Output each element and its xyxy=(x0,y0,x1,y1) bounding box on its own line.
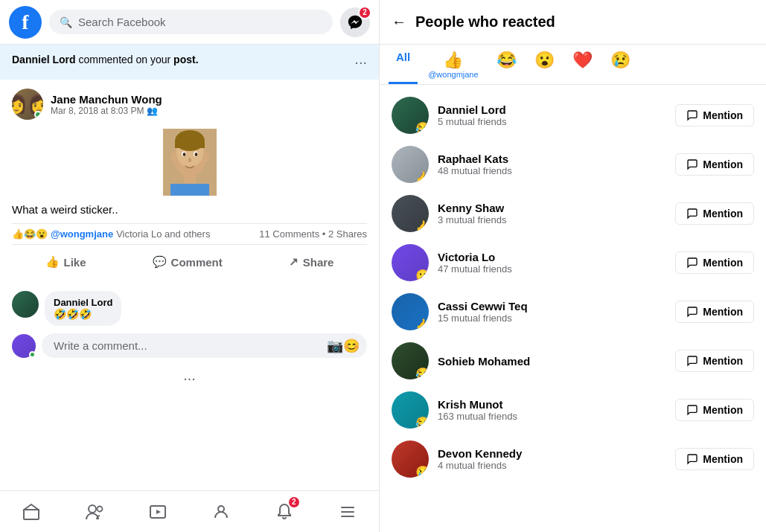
share-button[interactable]: ↗ Share xyxy=(274,251,349,273)
search-placeholder: Search Facebook xyxy=(78,16,166,28)
nav-profile[interactable] xyxy=(199,497,243,527)
comment-button[interactable]: 💬 Comment xyxy=(138,251,237,273)
mention-icon xyxy=(686,109,698,121)
post-image xyxy=(163,129,217,196)
post-image-container xyxy=(12,129,367,196)
person-row: 😂 Danniel Lord 5 mutual friends Mention xyxy=(380,91,766,140)
reaction-tabs: All 👍 @wongmjane 😂 😮 ❤️ 😢 xyxy=(380,45,766,85)
svg-point-11 xyxy=(203,153,209,161)
like-button[interactable]: 👍 Like xyxy=(31,251,101,273)
post-meta: Jane Manchun Wong Mar 8, 2018 at 8:03 PM… xyxy=(51,93,367,116)
post-author: Jane Manchun Wong xyxy=(51,93,367,106)
messenger-button[interactable]: 2 xyxy=(340,7,370,37)
reactions-right: 11 Comments • 2 Shares xyxy=(259,228,367,240)
nav-home[interactable] xyxy=(9,497,54,527)
nav-notifications[interactable]: 2 xyxy=(262,497,307,527)
svg-rect-14 xyxy=(24,510,39,519)
comment-bubble: Danniel Lord 🤣🤣🤣 xyxy=(45,291,121,326)
person-info: Victoria Lo 47 mutual friends xyxy=(438,251,666,275)
comment-section: Danniel Lord 🤣🤣🤣 Write a comment... 📷😊 xyxy=(0,285,379,364)
post-text: What a weird sticker.. xyxy=(12,203,367,216)
person-reaction-emoji: 😂 xyxy=(415,367,429,379)
wow-emoji: 😮 xyxy=(534,51,555,70)
post-header: 👩 Jane Manchun Wong Mar 8, 2018 at 8:03 … xyxy=(12,89,367,120)
mention-icon xyxy=(686,257,698,269)
tab-love[interactable]: ❤️ xyxy=(565,45,600,84)
person-row: 👍 Cassi Cewwi Teq 15 mutual friends Ment… xyxy=(380,287,766,336)
person-mutual: 47 mutual friends xyxy=(438,263,666,275)
at-mention[interactable]: @wongmjane xyxy=(51,228,113,240)
left-panel: f 🔍 Search Facebook 2 Danniel Lord comme… xyxy=(0,0,380,532)
person-reaction-emoji: 😢 xyxy=(415,465,429,478)
person-info: Sohieb Mohamed xyxy=(438,355,666,368)
mention-button[interactable]: Mention xyxy=(675,202,754,225)
online-indicator xyxy=(34,111,42,118)
sad-emoji: 😢 xyxy=(610,51,631,70)
comment-input-row: Write a comment... 📷😊 xyxy=(12,333,367,358)
mention-button[interactable]: Mention xyxy=(675,350,754,372)
person-avatar: 😢 xyxy=(392,440,429,478)
mention-button[interactable]: Mention xyxy=(675,153,754,176)
svg-point-16 xyxy=(98,506,103,511)
like-emoji: 👍 xyxy=(443,51,463,70)
person-info: Cassi Cewwi Teq 15 mutual friends xyxy=(438,300,666,324)
reactions-left: 👍😂😮 @wongmjane Victoria Lo and others xyxy=(12,228,210,240)
search-bar[interactable]: 🔍 Search Facebook xyxy=(49,10,333,34)
mention-icon xyxy=(686,355,698,367)
svg-rect-13 xyxy=(170,184,209,196)
more-options[interactable]: ··· xyxy=(0,364,379,393)
person-row: 👍 Raphael Kats 48 mutual friends Mention xyxy=(380,140,766,189)
svg-point-8 xyxy=(194,153,197,156)
messenger-badge: 2 xyxy=(358,6,371,19)
notification-bar: Danniel Lord commented on your post. ··· xyxy=(0,45,379,80)
tab-haha[interactable]: 😂 xyxy=(489,45,524,84)
mention-button[interactable]: Mention xyxy=(675,301,754,323)
comment-input-field[interactable]: Write a comment... 📷😊 xyxy=(42,333,367,358)
person-name: Raphael Kats xyxy=(438,153,666,165)
app-header: f 🔍 Search Facebook 2 xyxy=(0,0,379,45)
comment-avatar xyxy=(12,291,39,318)
comment-text: 🤣🤣🤣 xyxy=(54,308,112,320)
notification-post: post. xyxy=(173,54,198,65)
person-mutual: 48 mutual friends xyxy=(438,165,666,176)
svg-marker-18 xyxy=(156,510,161,514)
person-reaction-emoji: 😂 xyxy=(415,416,429,429)
person-reaction-emoji: 👍 xyxy=(415,219,429,232)
tab-all[interactable]: All xyxy=(389,45,418,84)
right-panel: ← People who reacted All 👍 @wongmjane 😂 … xyxy=(380,0,766,532)
person-mutual: 15 mutual friends xyxy=(438,313,666,324)
comment-input-avatar xyxy=(12,334,36,358)
person-reaction-emoji: 😂 xyxy=(415,121,429,134)
person-mutual: 4 mutual friends xyxy=(438,460,666,471)
nav-menu[interactable] xyxy=(325,497,370,527)
mention-button[interactable]: Mention xyxy=(675,251,754,274)
tab-sad[interactable]: 😢 xyxy=(603,45,638,84)
svg-point-19 xyxy=(218,506,224,512)
right-header: ← People who reacted xyxy=(380,0,766,45)
mention-icon xyxy=(686,306,698,318)
fb-logo: f xyxy=(9,6,42,39)
back-button[interactable]: ← xyxy=(392,13,406,31)
nav-watch[interactable] xyxy=(135,497,180,527)
mention-button[interactable]: Mention xyxy=(675,399,754,421)
svg-rect-21 xyxy=(341,511,354,513)
mention-button[interactable]: Mention xyxy=(675,104,754,126)
tab-all-label: All xyxy=(396,51,410,63)
person-name: Sohieb Mohamed xyxy=(438,355,666,368)
comment-author: Danniel Lord xyxy=(54,297,112,308)
post-time: Mar 8, 2018 at 8:03 PM 👥 xyxy=(51,106,367,116)
watch-icon xyxy=(149,503,167,521)
person-name: Devon Kennedy xyxy=(438,447,666,460)
person-mutual: 3 mutual friends xyxy=(438,214,666,225)
mention-button[interactable]: Mention xyxy=(675,448,754,470)
person-info: Raphael Kats 48 mutual friends xyxy=(438,153,666,176)
notification-text: Danniel Lord commented on your post. xyxy=(12,54,199,65)
author-avatar: 👩 xyxy=(12,89,43,120)
love-emoji: ❤️ xyxy=(572,51,593,70)
person-row: 😮 Victoria Lo 47 mutual friends Mention xyxy=(380,238,766,287)
tab-wow[interactable]: 😮 xyxy=(527,45,562,84)
tab-like[interactable]: 👍 @wongmjane xyxy=(421,45,485,84)
person-reaction-emoji: 😮 xyxy=(415,269,429,281)
notification-options[interactable]: ··· xyxy=(354,54,367,71)
nav-friends[interactable] xyxy=(72,497,117,527)
